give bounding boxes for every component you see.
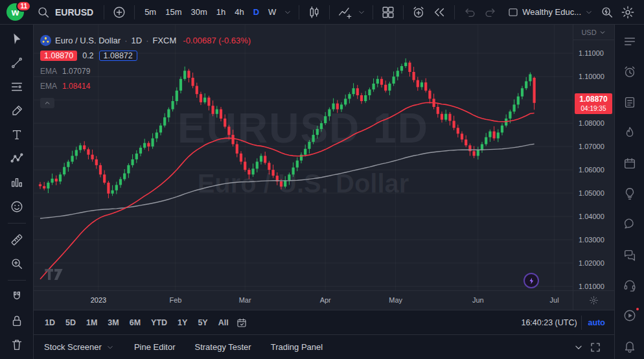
tab-strategy-tester[interactable]: Strategy Tester [194, 338, 251, 356]
tab-stock-screener[interactable]: Stock Screener [44, 338, 115, 356]
range-3m[interactable]: 3M [103, 316, 123, 329]
timeframe-15m[interactable]: 15m [161, 5, 186, 19]
symbol-search-button[interactable]: EURUSD [31, 3, 98, 22]
quick-search-button[interactable] [597, 3, 617, 22]
scale-settings-button[interactable] [589, 295, 599, 305]
toolbar-divider [581, 316, 582, 330]
streams-button[interactable] [621, 308, 639, 323]
toolbar-divider [454, 5, 455, 19]
timeframe-w[interactable]: W [264, 5, 281, 19]
timeframe-expand-button[interactable] [282, 6, 293, 18]
assistant-button[interactable] [523, 273, 539, 288]
price-scale-currency-button[interactable]: USD [573, 25, 614, 40]
hotlists-button[interactable] [621, 125, 639, 141]
timeframe-1h[interactable]: 1h [212, 5, 230, 19]
price-label: 1.05000 [579, 189, 604, 197]
bar-replay-button[interactable] [430, 3, 449, 22]
ideas-button[interactable] [621, 186, 639, 202]
redo-button[interactable] [481, 3, 500, 22]
notifications-button[interactable] [621, 338, 639, 354]
xabcd-pattern-tool-button[interactable] [6, 151, 28, 167]
indicator-row[interactable]: EMA 1.07079 [40, 64, 251, 78]
chart-area: EURUSD 1D Euro / U.S. Dollar Euro / U.S.… [34, 25, 614, 310]
indicator-row[interactable]: EMA 1.08414 [40, 78, 251, 93]
tab-label: Trading Panel [271, 342, 323, 352]
undo-button[interactable] [460, 3, 479, 22]
timeframe-5m[interactable]: 5m [140, 5, 161, 19]
time-label-jul: Jul [550, 296, 559, 304]
range-1m[interactable]: 1M [82, 316, 102, 329]
range-1y[interactable]: 1Y [173, 316, 192, 329]
indicator-templates-button[interactable] [356, 6, 367, 18]
create-alert-button[interactable] [409, 3, 428, 22]
prediction-icon [10, 176, 24, 190]
toolbar-divider [8, 223, 26, 224]
range-1d[interactable]: 1D [40, 316, 60, 329]
chat-button[interactable] [621, 216, 639, 232]
ruler-tool-button[interactable] [6, 232, 28, 248]
magnet-tool-button[interactable] [6, 289, 28, 305]
chart-type-button[interactable] [305, 3, 324, 22]
tab-label: Pine Editor [134, 342, 176, 352]
brush-tool-button[interactable] [6, 103, 28, 119]
trend-line-tool-button[interactable] [6, 55, 28, 71]
calendar-button[interactable] [621, 156, 639, 171]
emoji-tool-button[interactable] [6, 199, 28, 214]
layout-grid-button[interactable] [378, 3, 398, 22]
gear-icon [589, 295, 599, 305]
messages-button[interactable] [621, 247, 639, 262]
gear-icon [621, 5, 635, 19]
range-all[interactable]: All [214, 316, 233, 329]
indicators-button[interactable] [335, 3, 354, 22]
indicator-label: EMA [40, 82, 57, 91]
auto-scale-button[interactable]: auto [586, 316, 608, 330]
alerts-button[interactable] [621, 64, 639, 80]
time-axis[interactable]: 2023FebMarAprMayJunJul [34, 290, 573, 310]
prediction-tool-button[interactable] [6, 175, 28, 191]
collapse-panel-button[interactable] [570, 339, 587, 356]
user-menu-button[interactable]: w 11 [5, 3, 30, 22]
header-exchange[interactable]: FXCM [152, 36, 176, 45]
header-timeframe[interactable]: 1D [132, 36, 143, 45]
timeframe-4h[interactable]: 4h [230, 5, 248, 19]
range-5d[interactable]: 5D [61, 316, 80, 329]
lock-all-drawings-tool-button[interactable] [6, 313, 28, 329]
indicators-icon [338, 5, 352, 19]
symbol-header-row[interactable]: Euro / U.S. Dollar · 1D · FXCM -0.00687 … [40, 32, 251, 48]
clock[interactable]: 16:40:23 (UTC) [521, 318, 577, 327]
toolbar-divider [299, 5, 299, 19]
news-button[interactable] [621, 95, 639, 110]
range-6m[interactable]: 6M [125, 316, 145, 329]
fib-retracement-tool-button[interactable] [6, 79, 28, 95]
tab-trading-panel[interactable]: Trading Panel [271, 338, 323, 356]
price-label: 1.03000 [579, 236, 604, 244]
goto-date-button[interactable] [233, 314, 250, 331]
chart-settings-button[interactable] [618, 3, 638, 22]
watchlist-button[interactable] [621, 34, 639, 49]
maximize-panel-button[interactable] [587, 339, 604, 356]
range-5y[interactable]: 5Y [193, 316, 212, 329]
toolbar-divider [403, 5, 404, 19]
tradingview-app: w 11 EURUSD 5m15m30m1h4hDW [0, 0, 644, 359]
zoom-in-tool-button[interactable] [6, 256, 28, 272]
price-scale[interactable]: USD 1.110001.100001.090001.080001.070001… [573, 25, 614, 290]
chart-plot[interactable]: EURUSD 1D Euro / U.S. Dollar Euro / U.S.… [34, 25, 573, 290]
tab-pine-editor[interactable]: Pine Editor [134, 338, 176, 356]
xabcd-pattern-icon [10, 152, 24, 166]
layout-name-button[interactable]: Wealthy Educ... [505, 4, 596, 21]
chevron-down-icon [283, 8, 292, 17]
support-button[interactable] [621, 277, 639, 293]
pair-name[interactable]: Euro / U.S. Dollar [55, 36, 121, 45]
text-tool-button[interactable] [6, 127, 28, 143]
currency-label: USD [581, 29, 596, 36]
undo-icon [463, 5, 477, 19]
cursor-tool-button[interactable] [6, 31, 28, 47]
collapse-legend-button[interactable] [40, 98, 54, 108]
compare-add-symbol-button[interactable] [109, 3, 129, 22]
timeframe-30m[interactable]: 30m [186, 5, 211, 19]
bar-countdown: 04:19:35 [575, 104, 612, 113]
remove-drawings-tool-button[interactable] [6, 337, 28, 353]
toolbar-divider [104, 5, 104, 19]
timeframe-d[interactable]: D [249, 5, 264, 19]
range-ytd[interactable]: YTD [146, 316, 172, 329]
